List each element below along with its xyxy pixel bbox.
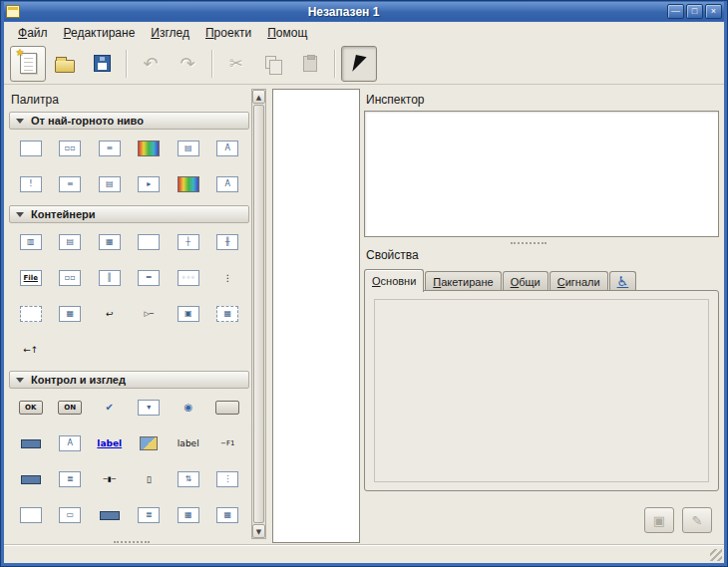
palette-item-label[interactable]: label <box>169 433 208 453</box>
palette-item-icon-view[interactable]: ▦ <box>51 304 91 324</box>
menu-item-projects[interactable]: Проекти <box>197 24 259 42</box>
palette-section-control-and-display[interactable]: Контрол и изглед <box>9 371 249 389</box>
palette-item-viewport[interactable] <box>11 304 51 324</box>
palette-item-hpaned[interactable]: ║ <box>90 268 130 288</box>
maximize-button[interactable]: □ <box>686 4 703 19</box>
palette-item-recent-chooser-dialog[interactable]: ▤ <box>90 174 130 194</box>
palette-item-menu-widget[interactable]: ≣ <box>130 505 170 525</box>
redo-button[interactable]: ↷ <box>170 46 205 82</box>
palette-item-assistant[interactable]: ▸ <box>130 174 170 194</box>
palette-item-vpaned[interactable]: ═ <box>130 268 170 288</box>
palette-item-expander[interactable]: ▷─ <box>130 304 170 324</box>
menu-item-edit[interactable]: Редактиране <box>56 24 144 42</box>
palette-item-check-button[interactable]: ✔ <box>90 398 130 418</box>
palette-item-vbutton-box[interactable]: ⋮ <box>208 268 248 288</box>
palette-item-message-dialog[interactable]: ! <box>11 174 51 194</box>
palette-item-about-dialog[interactable]: ≡ <box>90 139 130 158</box>
close-button[interactable]: × <box>705 4 722 19</box>
title-bar[interactable]: Незапазен 1 —□× <box>4 2 724 21</box>
palette-item-toolbar-widget[interactable]: ▫▫ <box>51 268 91 288</box>
palette-item-vscale[interactable]: ▯ <box>130 469 170 489</box>
palette-item-radio-button[interactable]: ◉ <box>169 398 208 418</box>
palette-item-text-view[interactable]: ≣ <box>51 469 91 489</box>
palette-item-text-entry[interactable]: A <box>51 433 91 453</box>
palette-item-file-chooser-dialog[interactable]: ▤ <box>169 139 208 158</box>
palette-item-drawing-area[interactable] <box>11 505 51 525</box>
info-button[interactable]: ▣ <box>644 507 674 533</box>
save-button[interactable] <box>84 46 120 82</box>
copy-button[interactable] <box>255 46 291 82</box>
palette-item-scrolled-window[interactable]: ▣ <box>169 304 208 324</box>
palette-item-window[interactable] <box>11 139 51 158</box>
app-icon <box>6 5 20 18</box>
tab-accessibility[interactable]: ♿ <box>609 271 637 291</box>
paned-grip[interactable] <box>511 242 546 244</box>
palette-item-image[interactable] <box>130 433 170 453</box>
scroll-up-icon[interactable]: ▲ <box>252 90 265 104</box>
palette-item-progress-bar[interactable] <box>11 469 51 489</box>
check-button-icon: ✔ <box>106 403 114 413</box>
open-button[interactable] <box>47 46 83 82</box>
new-button[interactable] <box>10 46 46 82</box>
palette-item-dialog[interactable]: ▫▫ <box>51 139 91 158</box>
palette-item-combo-box[interactable]: ▾ <box>130 398 170 418</box>
tab-packing[interactable]: Пакетиране <box>425 271 501 291</box>
palette-item-calendar[interactable]: ▦ <box>208 505 248 525</box>
palette-item-handle-box[interactable]: ↩ <box>90 304 130 324</box>
palette-item-icon-view-control[interactable]: ▦ <box>169 505 208 525</box>
resize-grip[interactable] <box>710 549 722 561</box>
palette-item-layout[interactable]: ▦ <box>208 304 248 324</box>
scroll-down-icon[interactable]: ▼ <box>252 524 265 538</box>
palette-item-toggle-button[interactable]: ON <box>51 398 91 418</box>
inspector-tree[interactable] <box>364 111 719 237</box>
palette-item-hbox[interactable]: ▤ <box>51 232 91 252</box>
palette-item-fixed[interactable]: ┼ <box>169 232 208 252</box>
palette-item-link-button[interactable]: label <box>90 433 130 453</box>
palette-item-menu-bar[interactable]: File <box>11 268 51 288</box>
palette-section-toplevel[interactable]: От най-горното ниво <box>9 112 249 130</box>
palette: От най-горното ниво▫▫≡▤A!≡▤▸AКонтейнери▥… <box>9 111 249 543</box>
tab-signals[interactable]: Сигнали <box>549 271 608 291</box>
scrollbar-thumb[interactable] <box>253 105 264 523</box>
palette-item-splitter[interactable]: ╫ <box>208 232 248 252</box>
palette-section-containers[interactable]: Контейнери <box>9 205 249 223</box>
tab-general[interactable]: Основни <box>364 269 424 292</box>
palette-item-hscale[interactable]: ─▮─ <box>90 469 130 489</box>
palette-item-spin-button[interactable]: ⇅ <box>169 469 208 489</box>
properties-empty-area <box>374 299 709 482</box>
palette-item-input-dialog[interactable]: ≡ <box>51 174 91 194</box>
palette-item-color-selection-dialog[interactable] <box>130 139 170 158</box>
font-selection-icon: A <box>216 176 238 192</box>
menu-item-help[interactable]: Помощ <box>259 24 315 42</box>
menu-bar-icon: File <box>20 270 42 286</box>
palette-item-button[interactable]: OK <box>11 398 51 418</box>
palette-item-hseparator[interactable] <box>90 505 130 525</box>
palette-item-font-selection[interactable]: A <box>208 174 248 194</box>
minimize-button[interactable]: — <box>667 4 684 19</box>
undo-button[interactable]: ↶ <box>133 46 169 82</box>
palette-item-hbutton-box[interactable]: ◦◦◦ <box>169 268 208 288</box>
menu-item-view[interactable]: Изглед <box>143 24 197 42</box>
palette-item-vscrollbar[interactable]: ⋮ <box>208 469 248 489</box>
design-canvas[interactable] <box>272 89 360 543</box>
palette-item-vbox[interactable]: ▥ <box>11 232 51 252</box>
cut-button[interactable]: ✂ <box>218 46 254 82</box>
palette-paned-grip[interactable] <box>114 541 150 543</box>
menu-item-file[interactable]: Файл <box>10 24 56 42</box>
palette-item-frame[interactable] <box>130 232 170 252</box>
palette-item-table[interactable]: ▦ <box>90 232 130 252</box>
palette-grid: ▫▫≡▤A!≡▤▸A <box>9 131 249 204</box>
pointer-button[interactable] <box>341 46 377 82</box>
palette-item-accel-label[interactable]: −F1 <box>208 433 248 453</box>
palette-item-alignment[interactable]: ←↑ <box>11 340 51 360</box>
palette-item-notebook[interactable]: ▭ <box>51 505 91 525</box>
palette-item-color-selection[interactable] <box>169 174 208 194</box>
palette-item-file-chooser-button[interactable] <box>208 398 248 418</box>
about-dialog-icon: ≡ <box>99 141 121 156</box>
palette-item-font-selection-dialog[interactable]: A <box>208 139 248 158</box>
paste-button[interactable] <box>292 46 328 82</box>
palette-scrollbar[interactable]: ▲ ▼ <box>251 89 266 539</box>
palette-item-entry[interactable] <box>11 433 51 453</box>
tab-common[interactable]: Общи <box>503 271 548 291</box>
edit-button[interactable]: ✎ <box>682 507 712 533</box>
